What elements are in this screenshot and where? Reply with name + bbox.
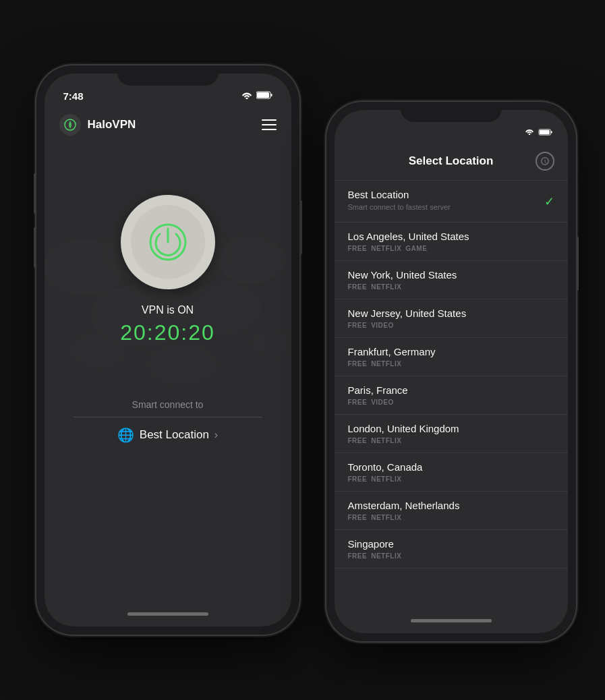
location-button[interactable]: 🌐 Best Location › [117,427,218,443]
list-item[interactable]: New Jersey, United States FREE VIDEO [335,299,568,338]
list-item[interactable]: Paris, France FREE VIDEO [335,376,568,415]
screen-left: 7:48 [45,74,291,626]
location-tags: FREE NETFLIX [348,437,554,444]
screen-right: Select Location Best Location Smart conn… [335,110,568,633]
location-item-content: Frankfurt, Germany FREE NETFLIX [348,346,554,368]
list-item[interactable]: Amsterdam, Netherlands FREE NETFLIX [335,492,568,530]
location-subtitle: Smart connect to fastest server [348,203,544,211]
power-icon[interactable] [148,222,188,262]
hamburger-menu[interactable] [262,119,277,130]
location-name: New York, United States [348,269,554,281]
volume-up-button[interactable] [34,173,36,214]
map-background [45,74,291,626]
home-indicator [127,612,208,616]
tag-free: FREE [348,552,368,560]
tag-video: VIDEO [371,322,394,329]
list-item[interactable]: New York, United States FREE NETFLIX [335,261,568,299]
location-name: Paris, France [348,384,554,396]
list-item[interactable]: Singapore FREE NETFLIX [335,530,568,568]
select-location-title: Select Location [367,154,536,168]
location-tags: FREE NETFLIX [348,475,554,483]
location-item-content: Best Location Smart connect to fastest s… [348,189,544,214]
location-item-content: Paris, France FREE VIDEO [348,384,554,406]
vpn-timer: 20:20:20 [120,320,215,345]
tag-netflix: NETFLIX [371,552,401,560]
location-item-content: Singapore FREE NETFLIX [348,538,554,560]
tag-free: FREE [348,245,368,252]
vpn-status-label: VPN is ON [142,304,194,316]
status-time: 7:48 [63,90,84,102]
power-inner[interactable] [131,205,205,279]
tag-free: FREE [348,283,368,291]
location-tags: FREE NETFLIX GAME [348,245,554,252]
tag-game: GAME [405,245,427,252]
location-tags: FREE NETFLIX [348,552,554,560]
list-item[interactable]: Best Location Smart connect to fastest s… [335,181,568,223]
list-item[interactable]: London, United Kingdom FREE NETFLIX [335,415,568,453]
location-item-content: New York, United States FREE NETFLIX [348,269,554,291]
connect-area: Smart connect to 🌐 Best Location › [45,399,291,443]
location-name: Amsterdam, Netherlands [348,500,554,511]
location-item-content: Los Angeles, United States FREE NETFLIX … [348,231,554,252]
globe-icon: 🌐 [117,427,134,443]
location-name: Los Angeles, United States [348,231,554,242]
tag-netflix: NETFLIX [371,360,401,368]
tag-video: VIDEO [371,399,394,406]
tag-free: FREE [348,360,368,368]
chevron-right-icon: › [214,429,218,441]
logo-area: HaloVPN [59,114,136,136]
hamburger-line-2 [262,124,277,125]
tag-netflix: NETFLIX [371,475,401,483]
speed-test-icon[interactable] [536,152,554,171]
list-item[interactable]: Toronto, Canada FREE NETFLIX [335,453,568,492]
location-name: London, United Kingdom [348,423,554,434]
wifi-icon-right [525,127,534,137]
list-item[interactable]: Frankfurt, Germany FREE NETFLIX [335,338,568,376]
location-name: New Jersey, United States [348,308,554,319]
power-button-side[interactable] [299,200,302,254]
battery-icon-right [538,126,553,138]
scene: 7:48 [16,23,589,677]
location-list: Best Location Smart connect to fastest s… [335,181,568,630]
svg-point-6 [147,343,217,385]
status-icons [241,90,272,102]
location-name: Best Location [348,189,544,200]
location-item-content: New Jersey, United States FREE VIDEO [348,308,554,329]
power-ring[interactable] [121,195,215,289]
location-tags: FREE NETFLIX [348,514,554,521]
svg-rect-10 [270,94,272,96]
tag-netflix: NETFLIX [371,514,401,521]
logo-circle [59,114,81,136]
hamburger-line-3 [262,129,277,130]
notch-right [401,102,502,122]
divider [74,417,262,417]
location-item-content: Toronto, Canada FREE NETFLIX [348,461,554,483]
tag-free: FREE [348,514,368,521]
power-button-side-right[interactable] [576,237,579,291]
tag-netflix: NETFLIX [371,437,401,444]
battery-icon [256,90,272,102]
location-name: Frankfurt, Germany [348,346,554,357]
selected-checkmark: ✓ [544,194,554,209]
location-tags: FREE NETFLIX [348,283,554,291]
location-item-content: London, United Kingdom FREE NETFLIX [348,423,554,444]
location-item-content: Amsterdam, Netherlands FREE NETFLIX [348,500,554,521]
tag-free: FREE [348,399,368,406]
location-name: Singapore [348,538,554,550]
location-tags: FREE VIDEO [348,399,554,406]
svg-rect-9 [257,92,269,98]
location-tags: FREE VIDEO [348,322,554,329]
location-name: Toronto, Canada [348,461,554,473]
volume-down-button[interactable] [34,227,36,268]
power-area[interactable]: VPN is ON 20:20:20 [45,195,291,345]
tag-free: FREE [348,322,368,329]
svg-rect-16 [550,131,552,133]
list-item[interactable]: Los Angeles, United States FREE NETFLIX … [335,223,568,261]
svg-rect-15 [539,130,549,135]
tag-free: FREE [348,437,368,444]
smart-connect-label: Smart connect to [132,399,204,410]
tag-netflix: NETFLIX [371,283,401,291]
select-location-header: Select Location [335,145,568,181]
tag-free: FREE [348,475,368,483]
phone-right: Select Location Best Location Smart conn… [326,102,576,641]
